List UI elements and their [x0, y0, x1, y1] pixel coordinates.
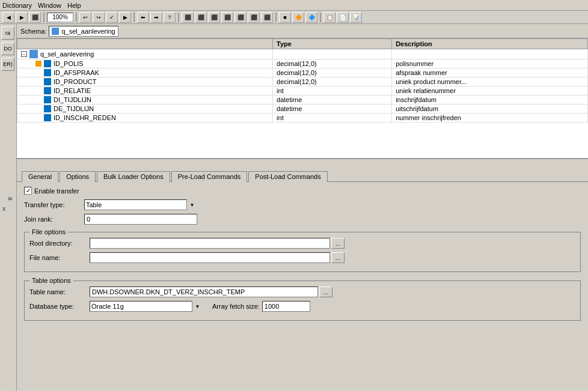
file-options-legend: File options — [29, 228, 68, 235]
transfer-type-select-wrapper: Table File None ▼ — [84, 199, 197, 210]
table-row[interactable]: ID_PRODUCT decimal(12,0) uniek product n… — [17, 77, 588, 86]
menu-help[interactable]: Help — [67, 2, 81, 9]
transfer-type-row: Transfer type: Table File None ▼ — [24, 199, 581, 210]
table-row-root: − q_sel_aanlevering — [17, 49, 588, 59]
enable-transfer-row: Enable transfer — [24, 187, 581, 195]
sidebar-btn-er[interactable]: ER) — [1, 58, 14, 71]
table-name-browse-btn[interactable]: ... — [319, 286, 332, 297]
table-options-fieldset: Table options Table name: ... Database t… — [24, 277, 581, 321]
col-type-header: Type — [273, 39, 392, 49]
join-rank-input[interactable] — [84, 214, 197, 225]
separator-5 — [275, 13, 277, 22]
sidebar-label-a: а — [1, 196, 15, 202]
sidebar-btn-ra[interactable]: ra — [1, 26, 14, 40]
toolbar-btn-11[interactable]: ⬛ — [221, 12, 233, 23]
menu-window[interactable]: Window — [38, 2, 61, 9]
table-row[interactable]: ID_INSCHR_REDEN int nummer inschrijfrede… — [17, 114, 588, 123]
database-type-select-wrapper: Oracle 11g Oracle 12c SQL Server MySQL P… — [90, 301, 203, 312]
table-options-legend: Table options — [29, 277, 73, 284]
bottom-panel: General Options Bulk Loader Options Pre-… — [17, 168, 588, 384]
col-desc-header: Description — [392, 39, 588, 49]
table-name-input[interactable] — [90, 286, 318, 297]
toolbar-btn-8[interactable]: ⬛ — [182, 12, 194, 23]
toolbar: ◀ ▶ ⬛ 100% ↩ ↪ ✓ ▶ ⬅ ➡ ? ⬛ ⬛ ⬛ ⬛ ⬛ ⬛ ⬛ ■… — [0, 11, 588, 24]
database-type-label: Database type: — [29, 303, 90, 310]
toolbar-btn-check[interactable]: ✓ — [106, 12, 118, 23]
database-type-row: Database type: Oracle 11g Oracle 12c SQL… — [29, 301, 575, 312]
array-fetch-input[interactable] — [262, 301, 310, 312]
root-dir-row: Root directory: ... — [29, 238, 575, 249]
menu-bar: Dictionary Window Help — [0, 0, 588, 11]
sidebar-btn-do[interactable]: DO — [1, 42, 14, 55]
tab-content-general: Enable transfer Transfer type: Table Fil… — [17, 182, 588, 330]
schema-bar: Schema: q_sel_aanlevering — [17, 24, 588, 38]
schema-label: Schema: — [20, 28, 46, 35]
table-area[interactable]: Type Description − q_sel_aanlevering ID_… — [17, 38, 588, 159]
toolbar-btn-undo[interactable]: ↩ — [79, 12, 91, 23]
schema-table-icon — [52, 28, 59, 35]
tab-pre-load[interactable]: Pre-Load Commands — [171, 171, 248, 182]
schema-value-box: q_sel_aanlevering — [49, 26, 118, 37]
toolbar-btn-5[interactable]: ⬅ — [137, 12, 149, 23]
tab-post-load[interactable]: Post-Load Commands — [248, 171, 327, 182]
col-name-header — [17, 39, 273, 49]
enable-transfer-label: Enable transfer — [34, 187, 79, 195]
toolbar-btn-run[interactable]: ▶ — [119, 12, 131, 23]
toolbar-btn-15[interactable]: 🔶 — [292, 12, 304, 23]
table-row[interactable]: DE_TIJDLIJN datetime uitschrijfdatum — [17, 105, 588, 114]
root-dir-label: Root directory: — [29, 240, 90, 247]
data-table: Type Description − q_sel_aanlevering ID_… — [17, 38, 588, 123]
table-row[interactable]: DI_TIJDLIJN datetime inschrijfdatum — [17, 95, 588, 105]
toolbar-btn-10[interactable]: ⬛ — [208, 12, 220, 23]
array-fetch-label: Array fetch size: — [212, 303, 260, 310]
root-dir-input[interactable] — [90, 238, 330, 249]
enable-transfer-checkbox[interactable] — [24, 187, 32, 195]
sidebar-label-x: x — [1, 204, 15, 213]
join-rank-row: Join rank: — [24, 214, 581, 225]
file-name-row: File name: ... — [29, 252, 575, 263]
left-sidebar: ra DO ER) а x — [0, 24, 17, 391]
file-options-fieldset: File options Root directory: ... File na… — [24, 228, 581, 272]
join-rank-label: Join rank: — [24, 216, 84, 223]
root-dir-browse-btn[interactable]: ... — [331, 238, 345, 249]
tab-bar: General Options Bulk Loader Options Pre-… — [17, 168, 588, 182]
toolbar-btn-16[interactable]: 🔷 — [305, 12, 317, 23]
toolbar-btn-6[interactable]: ➡ — [150, 12, 162, 23]
table-row[interactable]: ID_POLIS decimal(12,0) polisnummer — [17, 59, 588, 68]
database-type-select[interactable]: Oracle 11g Oracle 12c SQL Server MySQL P… — [90, 301, 203, 312]
zoom-level[interactable]: 100% — [47, 13, 73, 22]
toolbar-btn-13[interactable]: ⬛ — [248, 12, 260, 23]
toolbar-btn-9[interactable]: ⬛ — [195, 12, 207, 23]
toolbar-btn-3[interactable]: ⬛ — [29, 12, 41, 23]
separator-3 — [133, 13, 135, 22]
menu-dictionary[interactable]: Dictionary — [2, 2, 32, 9]
toolbar-btn-18[interactable]: 📄 — [337, 12, 349, 23]
toolbar-btn-17[interactable]: 📋 — [323, 12, 335, 23]
file-name-label: File name: — [29, 254, 90, 261]
transfer-type-label: Transfer type: — [24, 201, 84, 208]
toolbar-btn-12[interactable]: ⬛ — [234, 12, 247, 23]
toolbar-btn-stop[interactable]: ■ — [279, 12, 291, 23]
toolbar-btn-19[interactable]: 📊 — [350, 12, 362, 23]
tab-options[interactable]: Options — [60, 171, 96, 182]
tab-general[interactable]: General — [22, 171, 58, 182]
table-row[interactable]: ID_RELATIE int uniek relatienummer — [17, 86, 588, 95]
toolbar-btn-1[interactable]: ◀ — [2, 12, 14, 23]
content-area: Schema: q_sel_aanlevering Type Descripti… — [17, 24, 588, 391]
toolbar-btn-redo[interactable]: ↪ — [93, 12, 105, 23]
transfer-type-select[interactable]: Table File None — [84, 199, 197, 210]
separator-6 — [320, 13, 321, 22]
hscroll[interactable] — [17, 159, 588, 168]
tab-bulk-loader[interactable]: Bulk Loader Options — [97, 171, 170, 182]
main-container: ra DO ER) а x Schema: q_sel_aanlevering … — [0, 24, 588, 391]
schema-value: q_sel_aanlevering — [61, 28, 115, 35]
separator-1 — [43, 13, 44, 22]
file-name-browse-btn[interactable]: ... — [331, 252, 345, 263]
toolbar-btn-7[interactable]: ? — [164, 12, 176, 23]
toolbar-btn-14[interactable]: ⬛ — [261, 12, 273, 23]
file-name-input[interactable] — [90, 252, 330, 263]
toolbar-btn-2[interactable]: ▶ — [16, 12, 28, 23]
table-name-row: Table name: ... — [29, 286, 575, 297]
separator-4 — [178, 13, 179, 22]
table-row[interactable]: ID_AFSPRAAK decimal(12,0) afspraak numme… — [17, 68, 588, 77]
